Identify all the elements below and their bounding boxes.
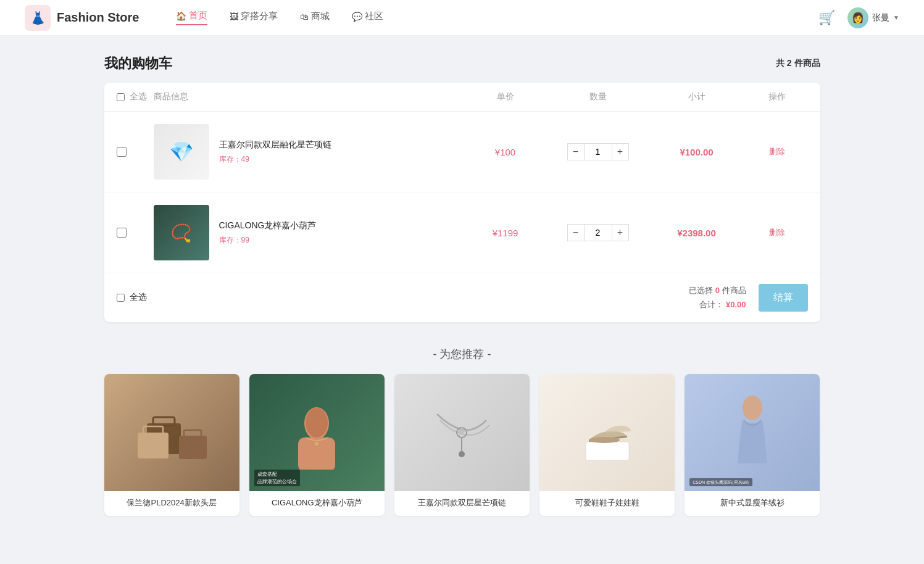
nav-item-community[interactable]: 💬 社区 (352, 10, 383, 25)
item1-name: 王嘉尔同款双层融化星芒项链 (219, 139, 331, 151)
item2-qty-decrease[interactable]: − (567, 224, 585, 241)
header-action: 操作 (746, 91, 808, 102)
item2-checkbox[interactable] (117, 228, 127, 238)
logo-area: 👗 Fashion Store (25, 5, 139, 31)
item2-product: CIGALONG龙梓嘉小葫芦 库存：99 (154, 205, 462, 260)
footer-summary: 已选择 0 件商品 合计： ¥0.00 (689, 283, 746, 312)
rec5-watermark: CSDN @猫头鹰源码(同名B站 (689, 478, 752, 486)
cart-count: 共 2 件商品 (776, 58, 820, 69)
item1-price: ¥100 (462, 147, 549, 157)
item1-checkbox[interactable] (117, 147, 127, 157)
item2-qty-increase[interactable]: + (612, 224, 629, 241)
item1-image (154, 124, 209, 180)
cart-header-row: 我的购物车 共 2 件商品 (104, 54, 820, 73)
shop-icon: 🛍 (300, 12, 309, 22)
item1-subtotal: ¥100.00 (647, 147, 746, 157)
rec4-label: 可爱鞋鞋子娃娃鞋 (539, 491, 675, 516)
item2-qty: − + (549, 224, 647, 241)
rec2-image: 成套搭配品牌潮范的公场合 (249, 374, 385, 491)
item2-subtotal: ¥2398.00 (647, 228, 746, 238)
rec3-label: 王嘉尔同款双层星芒项链 (394, 491, 530, 516)
table-row: CIGALONG龙梓嘉小葫芦 库存：99 ¥1199 − + ¥2398.00 … (104, 193, 820, 273)
footer-selected-count: 已选择 0 件商品 (689, 283, 746, 297)
nav-item-outfit[interactable]: 🖼 穿搭分享 (230, 10, 278, 25)
main-content: 我的购物车 共 2 件商品 全选 商品信息 单价 数量 小计 操作 (92, 54, 833, 516)
item2-price: ¥1199 (462, 228, 549, 238)
list-item[interactable]: 保兰德PLD2024新款头层 (104, 374, 239, 516)
svg-rect-14 (586, 442, 629, 460)
item2-action: 删除 (746, 227, 808, 238)
item2-stock: 库存：99 (219, 235, 317, 246)
item1-qty-decrease[interactable]: − (567, 143, 585, 160)
item1-qty: − + (549, 143, 647, 160)
svg-rect-2 (138, 433, 169, 458)
cart-footer: 全选 已选择 0 件商品 合计： ¥0.00 结算 (104, 273, 820, 322)
footer-total: 合计： ¥0.00 (689, 297, 746, 312)
avatar: 👩 (847, 7, 868, 28)
footer-left: 全选 (117, 292, 147, 303)
rec5-image: CSDN @猫头鹰源码(同名B站 (685, 374, 820, 491)
header-price: 单价 (462, 91, 549, 102)
list-item[interactable]: 王嘉尔同款双层星芒项链 (394, 374, 530, 516)
item2-image (154, 205, 209, 260)
item2-name: CIGALONG龙梓嘉小葫芦 (219, 220, 317, 231)
rec2-label: CIGALONG龙梓嘉小葫芦 (249, 491, 385, 516)
cart-table: 全选 商品信息 单价 数量 小计 操作 王嘉尔同款双层融化星芒项链 库存：49 … (104, 83, 820, 322)
community-icon: 💬 (352, 12, 362, 22)
header-qty: 数量 (549, 91, 647, 102)
nav-item-home[interactable]: 🏠 首页 (176, 10, 207, 25)
item2-delete-button[interactable]: 删除 (769, 227, 785, 238)
recommend-grid: 保兰德PLD2024新款头层 成套搭配品牌潮范的公场合 CIGALONG龙梓嘉小… (104, 374, 820, 516)
cart-button[interactable]: 🛒 (818, 10, 835, 26)
user-area[interactable]: 👩 张曼 ▼ (847, 7, 899, 28)
username: 张曼 (872, 12, 889, 23)
svg-rect-4 (179, 436, 207, 459)
list-item[interactable]: CSDN @猫头鹰源码(同名B站 新中式显瘦羊绒衫 (685, 374, 820, 516)
footer-select-all-label: 全选 (130, 292, 147, 303)
home-icon: 🏠 (176, 11, 186, 21)
svg-point-12 (459, 451, 465, 457)
rec1-label: 保兰德PLD2024新款头层 (104, 491, 239, 516)
rec2-watermark: 成套搭配品牌潮范的公场合 (254, 470, 300, 486)
item1-stock: 库存：49 (219, 154, 331, 165)
recommend-title: - 为您推荐 - (104, 347, 820, 362)
select-all-checkbox-top[interactable] (117, 93, 125, 101)
rec4-image (539, 374, 675, 491)
item2-info: CIGALONG龙梓嘉小葫芦 库存：99 (219, 220, 317, 246)
recommendations-section: - 为您推荐 - 保兰德PLD2024新款头层 (104, 347, 820, 516)
item1-delete-button[interactable]: 删除 (769, 146, 785, 157)
chevron-down-icon: ▼ (893, 14, 899, 21)
header-product: 商品信息 (154, 91, 462, 102)
rec3-image (394, 374, 530, 491)
cart-title: 我的购物车 (104, 54, 172, 73)
nav-item-shop[interactable]: 🛍 商城 (300, 10, 330, 25)
outfit-icon: 🖼 (230, 12, 238, 22)
svg-point-15 (589, 437, 620, 443)
item2-checkbox-area (117, 228, 154, 238)
footer-right: 已选择 0 件商品 合计： ¥0.00 结算 (689, 283, 807, 312)
rec1-image (104, 374, 239, 491)
main-nav: 🏠 首页 🖼 穿搭分享 🛍 商城 💬 社区 (176, 10, 818, 25)
header: 👗 Fashion Store 🏠 首页 🖼 穿搭分享 🛍 商城 💬 社区 🛒 … (0, 0, 924, 36)
item1-product: 王嘉尔同款双层融化星芒项链 库存：49 (154, 124, 462, 180)
app-title: Fashion Store (57, 10, 139, 25)
item1-checkbox-area (117, 147, 154, 157)
item1-qty-increase[interactable]: + (612, 143, 629, 160)
header-subtotal: 小计 (647, 91, 746, 102)
logo-icon: 👗 (25, 5, 51, 31)
rec5-label: 新中式显瘦羊绒衫 (685, 491, 820, 516)
svg-point-9 (315, 442, 318, 446)
list-item[interactable]: 可爱鞋鞋子娃娃鞋 (539, 374, 675, 516)
item1-qty-input[interactable] (585, 143, 612, 160)
svg-point-16 (743, 396, 762, 420)
select-all-checkbox-bottom[interactable] (117, 294, 125, 302)
header-select: 全选 (117, 91, 154, 102)
header-right: 🛒 👩 张曼 ▼ (818, 7, 899, 28)
item1-info: 王嘉尔同款双层融化星芒项链 库存：49 (219, 139, 331, 165)
table-row: 王嘉尔同款双层融化星芒项链 库存：49 ¥100 − + ¥100.00 删除 (104, 112, 820, 193)
cart-col-header: 全选 商品信息 单价 数量 小计 操作 (104, 83, 820, 112)
list-item[interactable]: 成套搭配品牌潮范的公场合 CIGALONG龙梓嘉小葫芦 (249, 374, 385, 516)
checkout-button[interactable]: 结算 (759, 284, 808, 312)
item2-qty-input[interactable] (585, 224, 612, 241)
item1-action: 删除 (746, 146, 808, 157)
